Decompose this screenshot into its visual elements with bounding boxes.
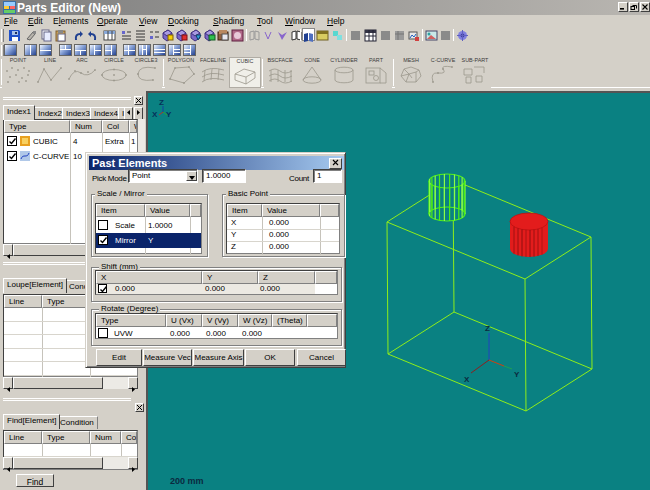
svg-text:200 mm: 200 mm: [170, 476, 204, 486]
svg-text:Z: Z: [159, 98, 164, 107]
svg-text:X: X: [152, 110, 158, 119]
svg-text:X: X: [464, 375, 470, 384]
svg-text:Z: Z: [485, 324, 490, 333]
svg-text:Y: Y: [514, 370, 520, 379]
